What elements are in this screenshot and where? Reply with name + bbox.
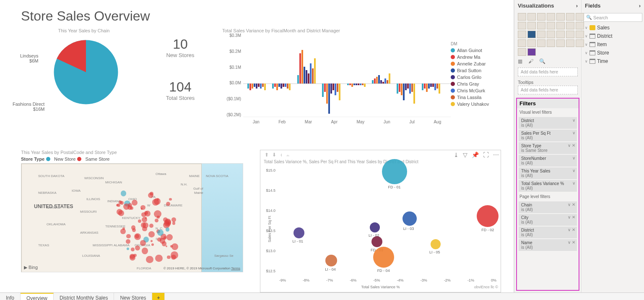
- legend-item[interactable]: Annelie Zubar: [451, 61, 501, 66]
- drill-up-icon[interactable]: ⬆: [265, 152, 269, 158]
- bubble[interactable]: [431, 239, 441, 249]
- viz-type-icon[interactable]: [556, 31, 565, 38]
- collapse-fields-icon[interactable]: ›: [639, 3, 641, 9]
- export-icon[interactable]: ⤓: [454, 151, 459, 158]
- viz-type-icon[interactable]: [556, 39, 565, 47]
- fields-search[interactable]: 🔍 Search: [583, 13, 642, 22]
- more-icon[interactable]: ⋯: [493, 151, 499, 158]
- bubble[interactable]: [402, 211, 417, 226]
- bubble[interactable]: [293, 227, 304, 238]
- legend-item[interactable]: Brad Sutton: [451, 68, 501, 73]
- filter-card[interactable]: StoreNumberis (All)∨: [519, 155, 577, 167]
- bubble[interactable]: [477, 205, 499, 227]
- expand-all-icon[interactable]: ⫠: [286, 152, 291, 158]
- drill-down-icon[interactable]: ⬇: [272, 152, 276, 158]
- legend-item[interactable]: Chris McGurk: [451, 88, 501, 93]
- bubble[interactable]: [373, 247, 394, 268]
- filter-card[interactable]: Chainis (All)∨ ✕: [519, 201, 577, 213]
- scatter-visual[interactable]: ⬆ ⬇ ⫞ ⫠ ⤓ ▽ 📌 ⛶ ⋯ Total Sales Variance %…: [260, 150, 501, 292]
- pie-label-lindseys: Lindseys$6M: [20, 53, 38, 63]
- focus-icon[interactable]: ⛶: [483, 151, 489, 158]
- viz-type-icon[interactable]: [527, 31, 536, 38]
- legend-item[interactable]: Allan Guinot: [451, 48, 501, 53]
- viz-type-icon[interactable]: [576, 13, 584, 21]
- viz-type-icon[interactable]: [527, 48, 536, 56]
- field-well[interactable]: Add data fields here: [518, 68, 578, 76]
- page-tab[interactable]: Info: [0, 293, 21, 300]
- filter-card[interactable]: Nameis (All)∨ ✕: [519, 239, 577, 251]
- tooltips-well[interactable]: Add data fields here: [518, 86, 578, 94]
- viz-type-icon[interactable]: [576, 39, 584, 47]
- pin-icon[interactable]: 📌: [472, 151, 479, 158]
- filter-card[interactable]: Districtis (All)∨: [519, 117, 577, 129]
- viz-type-icon[interactable]: [566, 39, 574, 47]
- field-table[interactable]: ∨Time: [582, 57, 644, 65]
- filter-card[interactable]: Total Sales Variance %is (All)∨: [519, 180, 577, 192]
- bubble[interactable]: [325, 255, 337, 266]
- field-table[interactable]: ∨District: [582, 32, 644, 40]
- fields-pane: Fields › 🔍 Search ∨Sales∨District∨Item∨S…: [581, 0, 644, 292]
- viz-type-gallery: [514, 11, 581, 57]
- viz-type-icon[interactable]: [566, 31, 574, 38]
- pie-chart[interactable]: This Year Sales by Chain Lindseys$6M Fas…: [21, 28, 147, 141]
- viz-type-icon[interactable]: [547, 13, 555, 21]
- viz-type-icon[interactable]: [537, 31, 545, 38]
- analytics-tab-icon[interactable]: 🔍: [539, 58, 545, 64]
- add-page-button[interactable]: +: [152, 293, 165, 300]
- collapse-icon[interactable]: ›: [576, 3, 578, 9]
- viz-type-icon[interactable]: [556, 13, 565, 21]
- map-terms-link[interactable]: Terms: [231, 266, 240, 270]
- bubble[interactable]: [371, 236, 382, 247]
- filter-card[interactable]: Cityis (All)∨ ✕: [519, 214, 577, 226]
- viz-type-icon[interactable]: [537, 13, 545, 21]
- viz-type-icon[interactable]: [527, 39, 536, 47]
- fields-tab-icon[interactable]: ▦: [518, 58, 522, 64]
- viz-type-icon[interactable]: [576, 22, 584, 29]
- map-visual[interactable]: This Year Sales by PostalCode and Store …: [21, 150, 243, 292]
- bubble[interactable]: [382, 159, 407, 184]
- filter-card[interactable]: Store Typeis Same Store∨ ✕: [519, 142, 577, 154]
- expand-icon[interactable]: ⫞: [280, 152, 282, 158]
- kpi-total-stores[interactable]: 104 Total Stores: [147, 79, 214, 101]
- viz-type-icon[interactable]: [566, 22, 574, 29]
- legend-item[interactable]: Tina Lassila: [451, 95, 501, 100]
- viz-type-icon[interactable]: [576, 31, 584, 38]
- viz-type-icon[interactable]: [537, 39, 545, 47]
- bubble[interactable]: [370, 222, 380, 232]
- legend-item[interactable]: Andrew Ma: [451, 55, 501, 60]
- viz-type-icon[interactable]: [518, 13, 526, 21]
- filter-icon[interactable]: ▽: [463, 151, 467, 158]
- filter-card[interactable]: This Year Salesis (All)∨: [519, 167, 577, 179]
- page-tab[interactable]: New Stores: [114, 293, 152, 300]
- viz-type-icon[interactable]: [518, 39, 526, 47]
- viz-type-icon[interactable]: [566, 13, 574, 21]
- format-tab-icon[interactable]: 🖌: [528, 58, 533, 64]
- filter-card[interactable]: Sales Per Sq Ftis (All)∨: [519, 130, 577, 141]
- viz-type-icon[interactable]: [537, 22, 545, 29]
- field-table[interactable]: ∨Item: [582, 40, 644, 49]
- bing-logo: ▶ Bing: [24, 265, 38, 270]
- legend-item[interactable]: Chris Gray: [451, 81, 501, 86]
- field-table[interactable]: ∨Store: [582, 49, 644, 57]
- page-tab[interactable]: District Monthly Sales: [54, 293, 114, 300]
- viz-type-icon[interactable]: [556, 22, 565, 29]
- kpi-new-stores[interactable]: 10 New Stores: [147, 37, 214, 58]
- field-table[interactable]: ∨Sales: [582, 23, 644, 32]
- filter-card[interactable]: Districtis (All)∨ ✕: [519, 227, 577, 238]
- filters-pane: Filters Visual level filters Districtis …: [516, 98, 579, 291]
- viz-type-icon[interactable]: [518, 48, 526, 56]
- viz-type-icon[interactable]: [518, 31, 526, 38]
- legend-item[interactable]: Valery Ushakov: [451, 102, 501, 107]
- page-tab[interactable]: Overview: [21, 293, 54, 300]
- viz-type-icon[interactable]: [547, 39, 555, 47]
- visualizations-pane: Visualizations › ▦ 🖌 🔍 Add data fields h…: [514, 0, 581, 292]
- viz-type-icon[interactable]: [527, 13, 536, 21]
- map-box[interactable]: UNITED STATES SOUTH DAKOTAWISCONSINMICHI…: [21, 163, 243, 272]
- viz-type-icon[interactable]: [547, 31, 555, 38]
- legend-item[interactable]: Carlos Grilo: [451, 75, 501, 80]
- viz-type-icon[interactable]: [547, 22, 555, 29]
- search-icon: 🔍: [586, 15, 592, 20]
- viz-type-icon[interactable]: [518, 22, 526, 29]
- viz-type-icon[interactable]: [527, 22, 536, 29]
- bar-chart[interactable]: Total Sales Variance by FiscalMonth and …: [214, 28, 501, 141]
